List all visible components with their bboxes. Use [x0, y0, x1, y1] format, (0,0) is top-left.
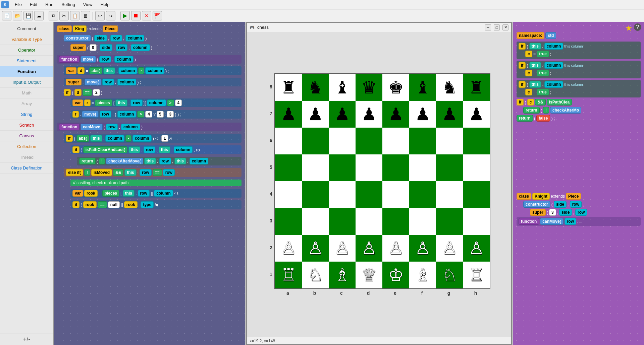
board-cell-4-g[interactable] [436, 181, 463, 208]
sidebar-item-thread[interactable]: Thread [0, 152, 53, 163]
sidebar-item-math[interactable]: Math [0, 88, 53, 98]
copy-button[interactable]: ⧉ [49, 11, 58, 20]
board-cell-1-g[interactable]: ♘ [436, 262, 463, 288]
play-button[interactable]: ▶ [120, 11, 130, 20]
board-cell-6-g[interactable] [436, 128, 463, 154]
board-cell-8-e[interactable]: ♚ [382, 74, 409, 101]
menu-view[interactable]: View [81, 1, 95, 8]
cut-button[interactable]: ✂ [59, 11, 69, 20]
board-cell-1-c[interactable]: ♗ [329, 262, 356, 288]
close-button[interactable]: ✕ [142, 11, 151, 20]
board-cell-7-e[interactable]: ♟ [382, 101, 409, 128]
board-cell-5-b[interactable] [302, 154, 329, 181]
board-cell-6-a[interactable] [275, 128, 302, 154]
delete-button[interactable]: 🗑 [81, 11, 90, 20]
board-cell-4-a[interactable] [275, 181, 302, 208]
board-cell-2-e[interactable]: ♙ [382, 235, 409, 262]
board-cell-7-h[interactable]: ♟ [463, 101, 490, 128]
board-cell-8-a[interactable]: ♜ [275, 74, 302, 101]
add-remove-button[interactable]: +/- [0, 334, 53, 345]
board-cell-1-f[interactable]: ♗ [409, 262, 436, 288]
board-cell-2-a[interactable]: ♙ [275, 235, 302, 262]
board-cell-5-c[interactable] [329, 154, 356, 181]
board-cell-8-g[interactable]: ♞ [436, 74, 463, 101]
board-cell-7-b[interactable]: ♟ [302, 101, 329, 128]
board-cell-2-f[interactable]: ♙ [409, 235, 436, 262]
board-cell-2-c[interactable]: ♙ [329, 235, 356, 262]
board-cell-6-b[interactable] [302, 128, 329, 154]
minimize-button[interactable]: ─ [485, 24, 491, 30]
board-cell-7-g[interactable]: ♟ [436, 101, 463, 128]
board-cell-5-g[interactable] [436, 154, 463, 181]
menu-run[interactable]: Run [43, 1, 55, 8]
sidebar-item-operator[interactable]: Operator [0, 45, 53, 56]
sidebar-item-statement[interactable]: Statement [0, 56, 53, 66]
redo-button[interactable]: ↪ [106, 11, 115, 20]
board-cell-6-e[interactable] [382, 128, 409, 154]
board-cell-7-a[interactable]: ♟ [275, 101, 302, 128]
sidebar-item-io[interactable]: Input & Output [0, 77, 53, 88]
board-cell-2-b[interactable]: ♙ [302, 235, 329, 262]
board-cell-4-h[interactable] [463, 181, 490, 208]
board-cell-4-e[interactable] [382, 181, 409, 208]
sidebar-item-comment[interactable]: Comment [0, 23, 53, 34]
board-cell-8-b[interactable]: ♞ [302, 74, 329, 101]
board-cell-6-d[interactable] [356, 128, 382, 154]
board-cell-1-b[interactable]: ♘ [302, 262, 329, 288]
stop-button[interactable]: ⏹ [131, 11, 141, 20]
board-cell-7-f[interactable]: ♟ [409, 101, 436, 128]
board-cell-8-c[interactable]: ♝ [329, 74, 356, 101]
board-cell-5-h[interactable] [463, 154, 490, 181]
new-button[interactable]: 📄 [2, 11, 11, 20]
board-cell-4-f[interactable] [409, 181, 436, 208]
save-button[interactable]: 💾 [23, 11, 33, 20]
board-cell-6-f[interactable] [409, 128, 436, 154]
board-cell-3-f[interactable] [409, 208, 436, 235]
board-cell-3-a[interactable] [275, 208, 302, 235]
board-cell-5-f[interactable] [409, 154, 436, 181]
board-cell-5-a[interactable] [275, 154, 302, 181]
sidebar-item-collection[interactable]: Collection [0, 141, 53, 152]
menu-setting[interactable]: Setting [59, 1, 77, 8]
board-cell-3-b[interactable] [302, 208, 329, 235]
board-cell-2-h[interactable]: ♙ [463, 235, 490, 262]
board-cell-3-h[interactable] [463, 208, 490, 235]
board-cell-8-h[interactable]: ♜ [463, 74, 490, 101]
sidebar-item-function[interactable]: Function [0, 66, 53, 77]
board-cell-1-a[interactable]: ♖ [275, 262, 302, 288]
paste-button[interactable]: 📋 [70, 11, 79, 20]
board-cell-6-h[interactable] [463, 128, 490, 154]
board-cell-4-b[interactable] [302, 181, 329, 208]
board-cell-1-e[interactable]: ♔ [382, 262, 409, 288]
sidebar-item-scratch[interactable]: Scratch [0, 120, 53, 131]
board-cell-8-d[interactable]: ♛ [356, 74, 382, 101]
menu-edit[interactable]: Edit [28, 1, 39, 8]
board-cell-5-d[interactable] [356, 154, 382, 181]
board-cell-2-g[interactable]: ♙ [436, 235, 463, 262]
undo-button[interactable]: ↩ [95, 11, 105, 20]
board-cell-2-d[interactable]: ♙ [356, 235, 382, 262]
board-cell-6-c[interactable] [329, 128, 356, 154]
board-cell-4-d[interactable] [356, 181, 382, 208]
open-button[interactable]: 📂 [13, 11, 22, 20]
window-close-button[interactable]: ✕ [502, 24, 508, 30]
board-cell-3-g[interactable] [436, 208, 463, 235]
board-cell-7-c[interactable]: ♟ [329, 101, 356, 128]
maximize-button[interactable]: □ [494, 24, 500, 30]
menu-file[interactable]: File [13, 1, 24, 8]
menu-help[interactable]: Help [99, 1, 112, 8]
board-cell-3-d[interactable] [356, 208, 382, 235]
board-cell-5-e[interactable] [382, 154, 409, 181]
board-cell-1-d[interactable]: ♕ [356, 262, 382, 288]
sidebar-item-array[interactable]: Array [0, 98, 53, 109]
flag-button[interactable]: 🚩 [153, 11, 162, 20]
board-cell-7-d[interactable]: ♟ [356, 101, 382, 128]
sidebar-item-string[interactable]: String [0, 109, 53, 120]
board-cell-1-h[interactable]: ♖ [463, 262, 490, 288]
sidebar-item-class[interactable]: Class Defination [0, 163, 53, 174]
board-cell-4-c[interactable] [329, 181, 356, 208]
board-cell-3-c[interactable] [329, 208, 356, 235]
sidebar-item-canvas[interactable]: Canvas [0, 131, 53, 141]
board-cell-8-f[interactable]: ♝ [409, 74, 436, 101]
code-editor[interactable]: class King extends Piece constructor ( s… [54, 22, 245, 345]
